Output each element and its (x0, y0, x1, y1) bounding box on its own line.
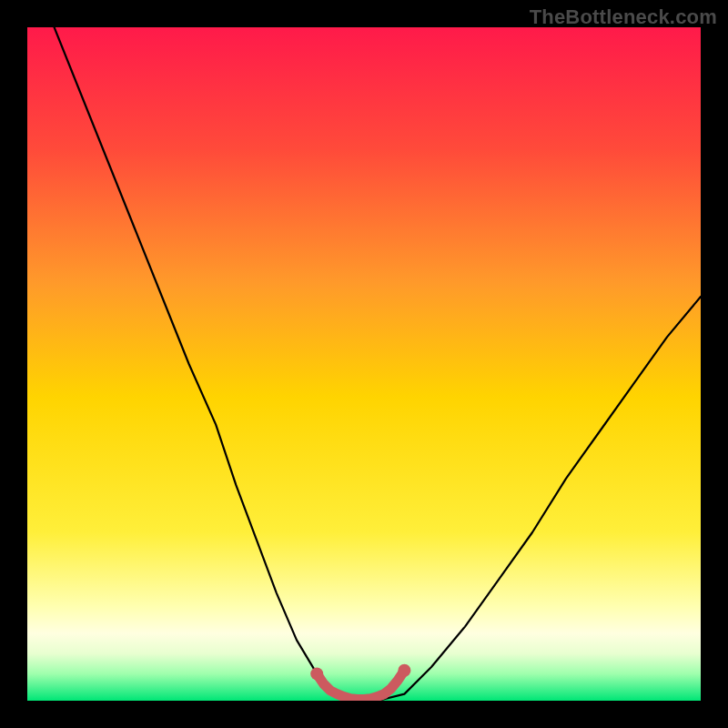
chart-frame: TheBottleneck.com (0, 0, 728, 728)
plot-area (27, 27, 701, 701)
chart-svg (27, 27, 701, 701)
watermark-text: TheBottleneck.com (530, 5, 717, 29)
optimal-region-start-dot (310, 667, 323, 680)
optimal-region-end-dot (398, 664, 410, 677)
gradient-background (27, 27, 701, 701)
